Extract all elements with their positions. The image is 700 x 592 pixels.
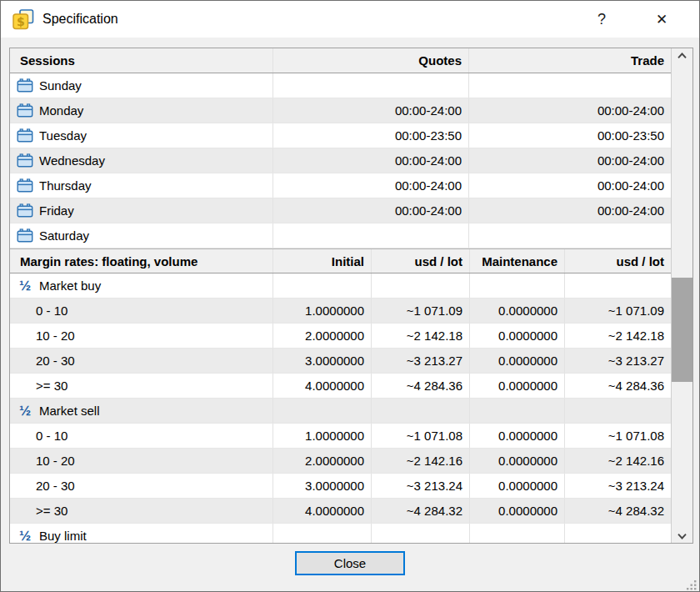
sessions-header-label: Sessions: [10, 48, 273, 73]
margin-range-label: 10 - 20: [36, 329, 75, 343]
margin-range-label: 0 - 10: [36, 304, 68, 318]
session-quotes-cell: 00:00-24:00: [273, 98, 469, 123]
margin-value-cell: 2.0000000: [273, 324, 372, 348]
margin-range-label: 20 - 30: [36, 479, 75, 493]
margin-value-cell: [565, 399, 671, 423]
margin-value-cell: 0.0000000: [470, 299, 565, 323]
margin-label-cell: 10 - 20: [10, 449, 273, 473]
dollar-icon: $: [12, 9, 34, 30]
margin-value-cell: 0.0000000: [470, 449, 565, 473]
scroll-down-button[interactable]: [672, 529, 692, 543]
margin-value-row[interactable]: 10 - 202.0000000~2 142.180.0000000~2 142…: [10, 324, 671, 349]
margin-value-row[interactable]: 10 - 202.0000000~2 142.160.0000000~2 142…: [10, 449, 671, 474]
session-day-label: Wednesday: [39, 153, 105, 168]
sessions-header-trade: Trade: [469, 48, 671, 73]
margin-group-row[interactable]: ½Market sell: [10, 399, 671, 424]
margin-value-cell: 3.0000000: [273, 474, 372, 498]
margin-value-cell: ~2 142.18: [372, 324, 470, 348]
margin-value-cell: 4.0000000: [273, 374, 372, 398]
calendar-icon: [17, 78, 33, 93]
margin-value-cell: 2.0000000: [273, 449, 372, 473]
margin-value-cell: 0.0000000: [470, 499, 565, 523]
margin-range-label: 10 - 20: [36, 454, 75, 468]
session-row[interactable]: Friday00:00-24:0000:00-24:00: [10, 198, 671, 223]
margin-value-cell: ~1 071.09: [565, 299, 671, 323]
margin-label-cell: 20 - 30: [10, 474, 273, 498]
session-day-cell: Tuesday: [10, 123, 273, 148]
margin-value-cell: ~4 284.36: [565, 374, 671, 398]
session-trade-cell: 00:00-23:50: [469, 123, 671, 148]
margin-value-cell: [565, 524, 671, 543]
calendar-icon: [17, 203, 33, 218]
sessions-header-row[interactable]: SessionsQuotesTrade: [10, 48, 671, 73]
margin-value-cell: [372, 273, 470, 298]
session-day-label: Saturday: [39, 228, 89, 243]
margin-value-cell: [372, 399, 470, 423]
resize-grip[interactable]: [686, 579, 697, 589]
margin-value-row[interactable]: 20 - 303.0000000~3 213.240.0000000~3 213…: [10, 474, 671, 499]
one-half-icon: ½: [17, 403, 33, 419]
margin-group-label: Buy limit: [39, 529, 87, 543]
margin-value-cell: [273, 399, 372, 423]
help-button[interactable]: ?: [584, 11, 619, 28]
margin-value-cell: 3.0000000: [273, 349, 372, 373]
margin-value-row[interactable]: 0 - 101.0000000~1 071.080.0000000~1 071.…: [10, 424, 671, 449]
session-row[interactable]: Monday00:00-24:0000:00-24:00: [10, 98, 671, 123]
margin-value-row[interactable]: >= 304.0000000~4 284.360.0000000~4 284.3…: [10, 374, 671, 399]
margin-value-row[interactable]: >= 304.0000000~4 284.320.0000000~4 284.3…: [10, 499, 671, 524]
margin-group-row[interactable]: ½Buy limit: [10, 524, 671, 543]
session-row[interactable]: Tuesday00:00-23:5000:00-23:50: [10, 123, 671, 148]
scroll-up-button[interactable]: [672, 48, 692, 63]
margin-header-row[interactable]: Margin rates: floating, volumeInitialusd…: [10, 248, 671, 273]
margin-range-label: 0 - 10: [36, 429, 68, 443]
margin-header-col-2: Maintenance: [470, 249, 565, 273]
margin-header-col-0: Initial: [273, 249, 372, 273]
margin-value-cell: ~2 142.16: [565, 449, 671, 473]
close-button[interactable]: Close: [295, 551, 405, 575]
vertical-scrollbar[interactable]: [671, 48, 692, 543]
scroll-thumb[interactable]: [672, 278, 692, 382]
session-row[interactable]: Wednesday00:00-24:0000:00-24:00: [10, 148, 671, 173]
window-title: Specification: [42, 12, 118, 27]
margin-value-cell: ~3 213.27: [372, 349, 470, 373]
margin-value-row[interactable]: 0 - 101.0000000~1 071.090.0000000~1 071.…: [10, 299, 671, 324]
margin-label-cell: 0 - 10: [10, 424, 273, 448]
session-day-label: Sunday: [39, 78, 82, 93]
margin-label-cell: ½Market buy: [10, 273, 273, 298]
margin-header-col-1: usd / lot: [372, 249, 470, 273]
margin-value-cell: ~3 213.27: [565, 349, 671, 373]
margin-value-cell: 1.0000000: [273, 299, 372, 323]
session-quotes-cell: 00:00-24:00: [273, 198, 469, 223]
margin-label-cell: 0 - 10: [10, 299, 273, 323]
session-day-cell: Wednesday: [10, 148, 273, 173]
titlebar[interactable]: $ Specification ? ✕: [1, 1, 699, 38]
session-day-cell: Saturday: [10, 223, 273, 248]
chevron-down-icon: [678, 533, 687, 539]
margin-value-cell: 0.0000000: [470, 324, 565, 348]
session-quotes-cell: 00:00-24:00: [273, 148, 469, 173]
margin-header-col-3: usd / lot: [565, 249, 671, 273]
session-row[interactable]: Thursday00:00-24:0000:00-24:00: [10, 173, 671, 198]
margin-label-cell: ½Buy limit: [10, 524, 273, 543]
margin-value-cell: [372, 524, 470, 543]
window-close-button[interactable]: ✕: [644, 11, 679, 28]
margin-label-cell: 20 - 30: [10, 349, 273, 373]
session-trade-cell: 00:00-24:00: [469, 198, 671, 223]
margin-value-cell: ~2 142.16: [372, 449, 470, 473]
session-trade-cell: [469, 223, 671, 248]
margin-group-row[interactable]: ½Market buy: [10, 273, 671, 299]
margin-value-row[interactable]: 20 - 303.0000000~3 213.270.0000000~3 213…: [10, 349, 671, 374]
calendar-icon: [17, 228, 33, 243]
margin-value-cell: 0.0000000: [470, 474, 565, 498]
margin-range-label: 20 - 30: [36, 354, 75, 368]
session-quotes-cell: 00:00-23:50: [273, 123, 469, 148]
session-trade-cell: 00:00-24:00: [469, 148, 671, 173]
margin-value-cell: [470, 524, 565, 543]
margin-group-label: Market sell: [39, 404, 100, 418]
session-day-cell: Sunday: [10, 73, 273, 98]
margin-value-cell: ~4 284.36: [372, 374, 470, 398]
session-row[interactable]: Sunday: [10, 73, 671, 98]
session-trade-cell: [469, 73, 671, 98]
one-half-icon: ½: [17, 278, 33, 294]
session-row[interactable]: Saturday: [10, 223, 671, 248]
